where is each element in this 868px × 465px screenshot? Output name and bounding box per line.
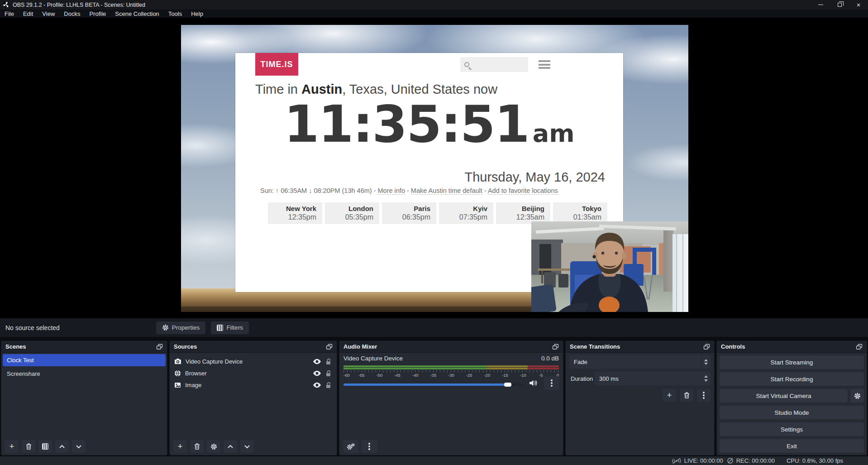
studio-mode-button[interactable]: Studio Mode — [720, 406, 864, 419]
scene-filters-button[interactable] — [38, 440, 52, 453]
spin-down-icon — [704, 363, 708, 365]
popout-icon[interactable] — [326, 344, 333, 350]
sources-toolbar: + — [173, 440, 254, 453]
virtual-camera-settings-button[interactable] — [850, 389, 864, 403]
city-card-london: London05:35pm — [325, 202, 379, 224]
webcam-person — [531, 221, 688, 312]
mixer-level-db: 0.0 dB — [541, 355, 559, 362]
speaker-icon[interactable] — [529, 379, 538, 387]
clock-ampm: am — [533, 119, 575, 148]
transition-select[interactable]: Fade — [569, 355, 711, 369]
mixer-menu-button[interactable] — [362, 440, 377, 453]
city-card-tokyo: Tokyo01:35am — [553, 202, 607, 224]
select-spinner[interactable] — [701, 355, 711, 369]
menu-docks[interactable]: Docks — [59, 10, 85, 17]
eye-icon[interactable] — [313, 359, 321, 364]
start-streaming-button[interactable]: Start Streaming — [720, 355, 864, 369]
duration-spinbox[interactable]: 300 ms — [595, 372, 711, 385]
lock-icon[interactable] — [325, 370, 331, 377]
trash-icon — [684, 392, 690, 398]
record-off-icon — [727, 457, 734, 464]
move-source-down-button[interactable] — [240, 440, 254, 453]
chevron-up-icon — [59, 445, 65, 449]
obs-window: OBS 29.1.2 - Profile: LLHLS BETA - Scene… — [0, 0, 868, 465]
add-source-button[interactable]: + — [173, 440, 187, 453]
start-recording-button[interactable]: Start Recording — [720, 372, 864, 386]
settings-button[interactable]: Settings — [720, 422, 864, 436]
advanced-audio-button[interactable] — [343, 440, 358, 453]
volume-slider-handle[interactable] — [504, 383, 511, 387]
scenes-toolbar: + — [5, 440, 86, 453]
eye-icon[interactable] — [313, 382, 321, 388]
controls-panel: Controls Start Streaming Start Recording… — [716, 340, 867, 455]
move-scene-up-button[interactable] — [55, 440, 69, 453]
move-scene-down-button[interactable] — [72, 440, 86, 453]
filters-button[interactable]: Filters — [211, 321, 249, 334]
exit-button[interactable]: Exit — [720, 439, 864, 453]
menu-profile[interactable]: Profile — [85, 10, 110, 17]
menu-tools[interactable]: Tools — [164, 10, 186, 17]
source-row-image[interactable]: Image — [170, 379, 337, 391]
menu-help[interactable]: Help — [186, 10, 208, 17]
selection-bar: No source selected Properties Filters — [0, 318, 868, 337]
transition-properties-button[interactable] — [697, 389, 711, 402]
source-row-video-capture[interactable]: Video Capture Device — [170, 355, 337, 367]
chevron-down-icon — [76, 445, 82, 449]
remove-transition-button[interactable] — [680, 389, 693, 402]
more-info-link: More info — [378, 187, 405, 195]
source-row-browser[interactable]: Browser — [170, 367, 337, 379]
scene-item-clock-test[interactable]: Clock Test — [3, 354, 166, 366]
close-button[interactable]: × — [849, 0, 868, 10]
restore-button[interactable] — [830, 0, 849, 10]
scenes-panel: Scenes Clock Test Screenshare + — [1, 340, 167, 455]
add-transition-button[interactable]: + — [663, 389, 676, 402]
sources-panel-header: Sources — [170, 341, 337, 353]
scene-preview[interactable]: TIME.IS Time in Austin, Texas, United St… — [181, 25, 688, 312]
minimize-button[interactable] — [811, 0, 830, 10]
menu-view[interactable]: View — [38, 10, 59, 17]
audio-mixer-header: Audio Mixer — [339, 341, 563, 353]
popout-icon[interactable] — [703, 344, 710, 350]
minimize-icon — [818, 5, 823, 5]
popout-icon[interactable] — [156, 344, 163, 350]
popout-icon[interactable] — [552, 344, 559, 350]
volume-slider[interactable] — [343, 381, 522, 388]
scenes-panel-header: Scenes — [1, 341, 167, 353]
meter-scale: -60 -55 -50 -45 -40 -35 -30 -25 -20 -15 … — [343, 373, 559, 378]
city-card-kyiv: Kyiv07:35pm — [439, 202, 493, 224]
properties-button[interactable]: Properties — [156, 321, 206, 334]
globe-icon — [174, 370, 181, 377]
mixer-channel-row: Video Capture Device 0.0 dB — [343, 355, 559, 362]
timeis-logo: TIME.IS — [255, 53, 298, 76]
timeis-search-box — [460, 57, 528, 72]
gear-icon — [854, 393, 861, 399]
add-scene-button[interactable]: + — [5, 440, 19, 453]
hamburger-menu-icon — [539, 60, 550, 71]
popout-icon[interactable] — [856, 344, 863, 350]
menu-scene-collection[interactable]: Scene Collection — [110, 10, 164, 17]
menu-file[interactable]: File — [0, 10, 19, 17]
volume-meter-left — [343, 365, 559, 367]
city-card-beijing: Beijing12:35am — [496, 202, 550, 224]
sources-panel: Sources Video Capture Device Browser Ima… — [169, 340, 337, 455]
duration-spinner[interactable] — [704, 375, 708, 382]
source-properties-button[interactable] — [207, 440, 220, 453]
webcam-source-layer[interactable] — [531, 221, 688, 312]
gear-icon — [162, 324, 169, 331]
mixer-channel-menu-button[interactable] — [544, 376, 559, 390]
status-bar: LIVE: 00:00:00 REC: 00:00:00 CPU: 0.6%, … — [0, 456, 868, 465]
lock-icon[interactable] — [325, 358, 331, 365]
chevron-down-icon — [244, 445, 250, 449]
lock-icon[interactable] — [325, 382, 331, 388]
scene-item-screenshare[interactable]: Screenshare — [3, 368, 166, 380]
mixer-toolbar — [343, 440, 377, 453]
cpu-status: CPU: 0.6%, 30.00 fps — [787, 457, 843, 464]
rec-status: REC: 00:00:00 — [727, 457, 775, 464]
menu-edit[interactable]: Edit — [19, 10, 38, 17]
remove-scene-button[interactable] — [22, 440, 35, 453]
move-source-up-button[interactable] — [224, 440, 237, 453]
start-virtual-camera-button[interactable]: Start Virtual Camera — [720, 389, 848, 403]
remove-source-button[interactable] — [190, 440, 204, 453]
restore-icon — [838, 3, 842, 7]
eye-icon[interactable] — [313, 370, 321, 376]
